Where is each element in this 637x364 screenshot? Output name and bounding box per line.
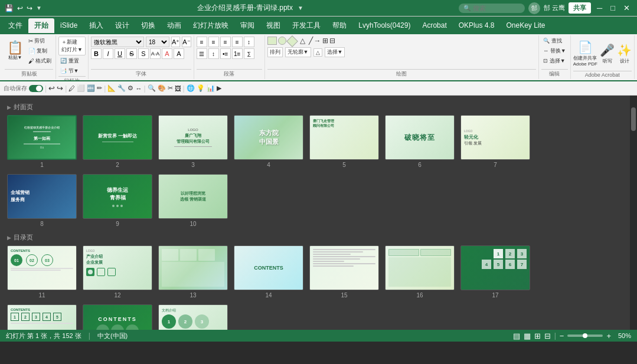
menu-file[interactable]: 文件 [2, 18, 28, 33]
tb-icon6[interactable]: 🔧 [117, 84, 126, 92]
shape-effects-btn[interactable]: 选择▼ [325, 47, 345, 57]
tb-icon13[interactable]: 🌐 [187, 84, 195, 92]
section-toggle-toc[interactable]: ▶ [7, 235, 11, 241]
menu-islide[interactable]: iSlide [54, 19, 83, 32]
view-reading-icon[interactable]: ⊟ [544, 332, 551, 340]
shape-triangle[interactable]: △ [298, 37, 308, 45]
slide-item-1[interactable]: 红粉蓝绿灵感手册企业介绍━━━━━━━━━━ 第一如画 Rit 1 [7, 115, 77, 168]
menu-design[interactable]: 设计 [109, 18, 135, 33]
reset-btn[interactable]: 🔄 重置 [58, 57, 86, 65]
tb-icon14[interactable]: 💡 [197, 84, 205, 92]
slide-item-4[interactable]: 东方院中国景 4 [234, 115, 303, 168]
slide-item-10[interactable]: 以好理想浏览选领 营销渠道 10 [158, 174, 228, 227]
align-left-btn[interactable]: ≡ [197, 37, 207, 47]
autosave-toggle[interactable] [29, 85, 43, 92]
column-btn[interactable]: ☰ [197, 48, 207, 59]
zoom-out-btn[interactable]: − [560, 332, 564, 340]
convert-btn[interactable]: ∑ [244, 48, 254, 59]
slide-panel[interactable]: ▶ 封面页 红粉蓝绿灵感手册企业介绍━━━━━━━━━━ 第一如画 Rit 1 [0, 96, 630, 330]
align-center-btn[interactable]: ≡ [208, 37, 219, 47]
tb-icon15[interactable]: 📊 [207, 84, 215, 92]
slide-item-18[interactable]: CONTENTS 1 2 3 4 5 18 [7, 304, 77, 330]
view-normal-icon[interactable]: ▤ [513, 332, 520, 340]
tb-icon3[interactable]: 🔤 [87, 84, 95, 92]
title-dropdown-icon[interactable]: ▼ [298, 5, 303, 11]
underline-btn[interactable]: U [115, 48, 125, 59]
decrease-font-btn[interactable]: A⁻ [182, 37, 191, 47]
slide-item-14[interactable]: CONTENTS 14 [234, 245, 303, 299]
tb-icon12[interactable]: 🖼 [175, 85, 181, 92]
slide-item-12[interactable]: LOGO 产业介绍企业发展 12 [83, 245, 152, 299]
shape-arrow[interactable]: → [314, 37, 321, 46]
slide-item-17[interactable]: 1 2 3 4 5 6 7 17 [460, 245, 530, 299]
dictate-btn[interactable]: 🎤 听写 [600, 43, 615, 64]
design-ideas-btn[interactable]: ✨ 设计 [617, 43, 632, 64]
slide-item-7[interactable]: LOGO 轻元化 引领 发展 7 [460, 115, 530, 168]
section-toggle-cover[interactable]: ▶ [7, 104, 11, 110]
select-btn[interactable]: ⊡ 选择▼ [541, 57, 567, 65]
menu-onekey[interactable]: OneKey Lite [500, 19, 551, 32]
menu-lvyhtools[interactable]: LvyhTools(0429) [352, 19, 416, 32]
justify-btn[interactable]: ≡ [232, 37, 243, 47]
italic-btn[interactable]: I [103, 48, 113, 59]
vert-align-btn[interactable]: ↕ [244, 37, 254, 47]
shape-rect[interactable] [267, 37, 277, 45]
shape-extra[interactable]: ⊟ [329, 37, 335, 46]
strikethrough-btn[interactable]: S [126, 48, 137, 59]
tb-icon16[interactable]: ▶ [217, 84, 221, 92]
numbering-btn[interactable]: 1≡ [232, 48, 243, 59]
menu-developer[interactable]: 开发工具 [286, 18, 326, 33]
close-button[interactable]: ✕ [621, 4, 632, 12]
paste-btn[interactable]: 📋 粘贴▼ [5, 40, 25, 62]
slide-item-6[interactable]: 破晓将至 6 [385, 115, 455, 168]
replace-btn[interactable]: ↔ 替换▼ [541, 47, 567, 55]
minimize-button[interactable]: ─ [594, 4, 605, 12]
shape-outline-btn[interactable]: 无轮廓▼ [285, 47, 311, 57]
format-painter-btn[interactable]: 🖌格式刷 [27, 57, 53, 65]
undo-toolbar-icon[interactable]: ↩ [48, 84, 55, 93]
shape-more[interactable]: ⊞ [322, 37, 328, 46]
slide-item-13[interactable]: 13 [158, 245, 228, 299]
tb-icon5[interactable]: 📐 [107, 84, 116, 92]
line-spacing-btn[interactable]: ↕ [208, 48, 219, 59]
share-button[interactable]: 共享 [569, 2, 591, 14]
menu-home[interactable]: 开始 [28, 18, 54, 33]
font-family-select[interactable]: 微软雅黑 [91, 37, 144, 47]
menu-view[interactable]: 视图 [260, 18, 286, 33]
copy-btn[interactable]: 📄复制 [27, 47, 53, 55]
quick-save-icon[interactable]: 💾 [5, 4, 14, 12]
font-size-select[interactable]: 18 [146, 37, 169, 47]
qa-dropdown-icon[interactable]: ▼ [36, 5, 42, 11]
arrange-btn[interactable]: 排列 [267, 47, 283, 57]
section-btn[interactable]: 📑 节▼ [58, 67, 86, 76]
tb-icon10[interactable]: 🎨 [158, 84, 166, 92]
highlight-btn[interactable]: A [174, 48, 184, 59]
tb-icon4[interactable]: ✏ [97, 84, 102, 92]
redo-toolbar-icon[interactable]: ↪ [57, 84, 63, 93]
slide-item-3[interactable]: LOGO 廉广飞翔管理顾问有限公司 3 [158, 115, 228, 168]
menu-okplus[interactable]: OKPlus 4.8 [453, 19, 501, 32]
cut-btn[interactable]: ✂剪切 [27, 37, 53, 45]
create-share-btn[interactable]: 📄 创建并共享Adobe PDF [573, 40, 597, 67]
slide-item-19[interactable]: CONTENTS 01 02 03 19 [83, 304, 152, 330]
menu-animation[interactable]: 动画 [161, 18, 187, 33]
tb-icon11[interactable]: ✂ [168, 84, 173, 92]
right-scrollbar[interactable] [630, 96, 637, 330]
spacing-btn[interactable]: A·A [150, 48, 161, 59]
maximize-button[interactable]: □ [608, 4, 618, 12]
bold-btn[interactable]: B [91, 48, 102, 59]
slide-item-20[interactable]: 文档介绍 1 2 3 20 [158, 304, 228, 330]
menu-slideshow[interactable]: 幻灯片放映 [187, 18, 234, 33]
shape-line[interactable]: ╱ [309, 37, 313, 46]
view-outline-icon[interactable]: ▦ [524, 332, 531, 340]
slide-item-5[interactable]: 赛门飞走管理顾问有限公司 5 [309, 115, 379, 168]
tb-icon7[interactable]: ⚙ [128, 84, 133, 92]
bullet-btn[interactable]: •≡ [220, 48, 231, 59]
slide-item-2[interactable]: 新营世界 一触即达 2 [83, 115, 152, 168]
zoom-slider[interactable] [567, 335, 603, 337]
shadow-btn[interactable]: S [138, 48, 149, 59]
find-btn[interactable]: 🔍 查找 [541, 37, 564, 45]
menu-insert[interactable]: 插入 [83, 18, 109, 33]
redo-icon[interactable]: ↪ [27, 4, 32, 12]
new-slide-btn[interactable]: ＋新建幻灯片▼ [58, 37, 86, 55]
